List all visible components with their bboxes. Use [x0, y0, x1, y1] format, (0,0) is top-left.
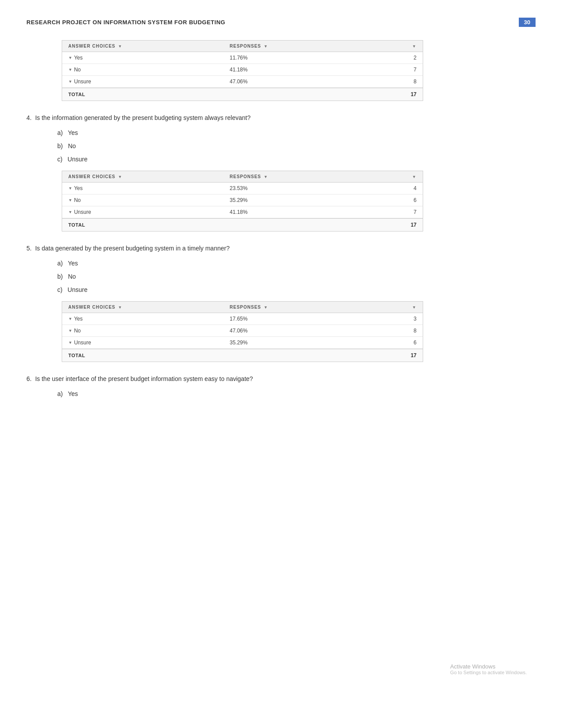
table-1-total-label: TOTAL — [62, 92, 230, 97]
list-item: c) Unsure — [57, 286, 536, 293]
table-1-row1-answer: ▼ Yes — [62, 55, 230, 61]
col3-dropdown-icon[interactable]: ▼ — [412, 44, 417, 49]
question-6-text: 6. Is the user interface of the present … — [26, 375, 536, 382]
list-item: a) Yes — [57, 260, 536, 267]
table-1-row3-response: 47.06% — [230, 78, 353, 85]
table-1-col1-header: ANSWER CHOICES ▼ — [62, 44, 230, 49]
row2-arrow-icon[interactable]: ▼ — [68, 67, 72, 72]
table-3-total-row: TOTAL 17 — [62, 349, 423, 362]
question-4-section: 4. Is the information generated by the p… — [26, 114, 536, 163]
table-3-col1-header: ANSWER CHOICES ▼ — [62, 305, 230, 310]
table-1-row2-count: 7 — [353, 67, 423, 73]
table-row: ▼ Unsure 35.29% 6 — [62, 337, 423, 349]
table-3-total-label: TOTAL — [62, 353, 230, 358]
row3-arrow-icon[interactable]: ▼ — [68, 340, 72, 345]
question-5-body: Is data generated by the present budgeti… — [35, 245, 230, 252]
table-1-row3-count: 8 — [353, 78, 423, 85]
table-3-row3-response: 35.29% — [230, 340, 353, 346]
row1-arrow-icon[interactable]: ▼ — [68, 56, 72, 60]
table-2-col2-header: RESPONSES ▼ — [230, 174, 353, 179]
table-2-row3-response: 41.18% — [230, 209, 353, 215]
question-5-options: a) Yes b) No c) Unsure — [57, 260, 536, 293]
list-item: a) Yes — [57, 390, 536, 397]
row3-arrow-icon[interactable]: ▼ — [68, 210, 72, 214]
page-header: RESEARCH PROJECT ON INFORMATION SYSTEM F… — [26, 18, 536, 27]
list-item: a) Yes — [57, 129, 536, 136]
question-4-options: a) Yes b) No c) Unsure — [57, 129, 536, 163]
col2-dropdown-icon[interactable]: ▼ — [264, 44, 268, 49]
table-3: ANSWER CHOICES ▼ RESPONSES ▼ ▼ ▼ Yes 17.… — [62, 301, 423, 362]
table-3-row3-count: 6 — [353, 340, 423, 346]
question-6-body: Is the user interface of the present bud… — [35, 375, 253, 382]
table-3-total-count: 17 — [353, 352, 423, 358]
question-5-text: 5. Is data generated by the present budg… — [26, 245, 536, 252]
table-2-col3-header: ▼ — [353, 174, 423, 179]
table-2-row1-answer: ▼ Yes — [62, 185, 230, 191]
activate-windows-text: Activate Windows — [450, 663, 527, 670]
table-2-row3-count: 7 — [353, 209, 423, 215]
col1-dropdown-icon[interactable]: ▼ — [118, 44, 123, 49]
table-3-col3-header: ▼ — [353, 305, 423, 310]
table-row: ▼ No 41.18% 7 — [62, 64, 423, 76]
table-row: ▼ Unsure 41.18% 7 — [62, 206, 423, 218]
question-4-body: Is the information generated by the pres… — [35, 114, 251, 121]
list-item: c) Unsure — [57, 156, 536, 163]
table-3-row2-count: 8 — [353, 328, 423, 334]
list-item: b) No — [57, 142, 536, 149]
col3-dropdown-icon[interactable]: ▼ — [412, 305, 417, 310]
table-1: ANSWER CHOICES ▼ RESPONSES ▼ ▼ ▼ Yes 11.… — [62, 40, 423, 101]
table-row: ▼ No 47.06% 8 — [62, 325, 423, 337]
table-1-row2-answer: ▼ No — [62, 67, 230, 73]
table-2-row1-count: 4 — [353, 185, 423, 191]
table-row: ▼ Unsure 47.06% 8 — [62, 76, 423, 88]
table-2-row2-answer: ▼ No — [62, 197, 230, 203]
table-2-total-row: TOTAL 17 — [62, 218, 423, 231]
question-6-options: a) Yes — [57, 390, 536, 397]
question-5-number: 5. — [26, 245, 32, 252]
table-row: ▼ Yes 17.65% 3 — [62, 313, 423, 325]
col1-dropdown-icon[interactable]: ▼ — [118, 305, 123, 310]
question-4-text: 4. Is the information generated by the p… — [26, 114, 536, 121]
table-row: ▼ No 35.29% 6 — [62, 194, 423, 206]
table-row: ▼ Yes 23.53% 4 — [62, 183, 423, 194]
table-3-row3-answer: ▼ Unsure — [62, 340, 230, 346]
list-item: b) No — [57, 273, 536, 280]
table-3-row1-response: 17.65% — [230, 316, 353, 322]
row2-arrow-icon[interactable]: ▼ — [68, 329, 72, 333]
row1-arrow-icon[interactable]: ▼ — [68, 317, 72, 321]
table-3-header: ANSWER CHOICES ▼ RESPONSES ▼ ▼ — [62, 302, 423, 313]
table-1-row1-response: 11.76% — [230, 55, 353, 61]
table-2-row3-answer: ▼ Unsure — [62, 209, 230, 215]
table-2-col1-header: ANSWER CHOICES ▼ — [62, 174, 230, 179]
table-1-header: ANSWER CHOICES ▼ RESPONSES ▼ ▼ — [62, 41, 423, 52]
page-title: RESEARCH PROJECT ON INFORMATION SYSTEM F… — [26, 19, 225, 26]
question-5-section: 5. Is data generated by the present budg… — [26, 245, 536, 293]
table-1-row2-response: 41.18% — [230, 67, 353, 73]
question-4-number: 4. — [26, 114, 32, 121]
col2-dropdown-icon[interactable]: ▼ — [264, 175, 268, 179]
table-3-row2-answer: ▼ No — [62, 328, 230, 334]
col3-dropdown-icon[interactable]: ▼ — [412, 175, 417, 179]
row1-arrow-icon[interactable]: ▼ — [68, 186, 72, 190]
table-2-total-label: TOTAL — [62, 222, 230, 228]
table-2-total-count: 17 — [353, 222, 423, 228]
table-3-row2-response: 47.06% — [230, 328, 353, 334]
page: RESEARCH PROJECT ON INFORMATION SYSTEM F… — [0, 0, 562, 728]
col1-dropdown-icon[interactable]: ▼ — [118, 175, 123, 179]
table-1-col2-header: RESPONSES ▼ — [230, 44, 353, 49]
table-1-total-count: 17 — [353, 91, 423, 97]
table-1-row1-count: 2 — [353, 55, 423, 61]
activate-windows-overlay: Activate Windows Go to Settings to activ… — [450, 663, 527, 675]
col2-dropdown-icon[interactable]: ▼ — [264, 305, 268, 310]
table-1-total-row: TOTAL 17 — [62, 88, 423, 101]
table-2-header: ANSWER CHOICES ▼ RESPONSES ▼ ▼ — [62, 171, 423, 183]
table-2-row1-response: 23.53% — [230, 185, 353, 191]
table-2-row2-response: 35.29% — [230, 197, 353, 203]
row2-arrow-icon[interactable]: ▼ — [68, 198, 72, 202]
question-6-section: 6. Is the user interface of the present … — [26, 375, 536, 397]
table-3-row1-count: 3 — [353, 316, 423, 322]
row3-arrow-icon[interactable]: ▼ — [68, 79, 72, 84]
table-3-col2-header: RESPONSES ▼ — [230, 305, 353, 310]
table-1-col3-header: ▼ — [353, 44, 423, 49]
table-1-row3-answer: ▼ Unsure — [62, 78, 230, 85]
